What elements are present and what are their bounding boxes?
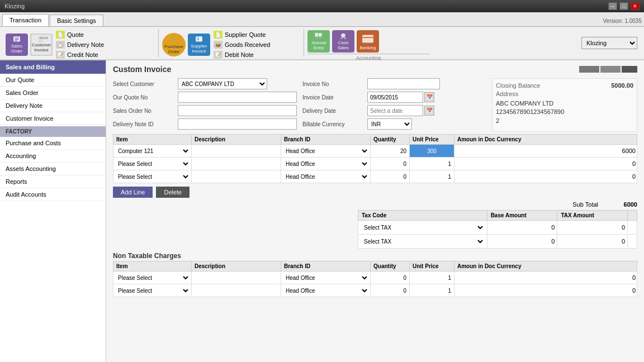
nt-qty-input-1[interactable] [372, 272, 408, 283]
nt-price-input-2[interactable] [411, 285, 453, 296]
sidebar-item-accounting[interactable]: Accounting [0, 150, 106, 163]
goods-received-icon: 📦 [214, 41, 222, 49]
delivery-date-input[interactable] [367, 105, 423, 116]
sidebar-item-reports[interactable]: Reports [0, 175, 106, 188]
credit-note-button[interactable]: 📝 Credit Note [55, 50, 105, 59]
price-input-2[interactable] [411, 158, 453, 169]
sales-order-input[interactable] [178, 105, 297, 116]
nt-amount-cell-1: 0 [454, 272, 637, 284]
tax-row-2: Select TAX 0 0 [358, 235, 637, 249]
item-cell-3: Please Select [113, 170, 192, 183]
customer-invoice-button[interactable]: INVOICE Customer Invoice [30, 34, 53, 56]
delivery-note-input[interactable] [178, 118, 297, 130]
add-line-button[interactable]: Add Line [113, 187, 153, 198]
price-input-3[interactable] [411, 171, 453, 182]
goods-received-button[interactable]: 📦 Goods Received [212, 40, 271, 49]
minimize-button[interactable]: ─ [608, 2, 617, 10]
nt-qty-input-2[interactable] [372, 285, 408, 296]
nt-price-input-1[interactable] [411, 272, 453, 283]
delete-button[interactable]: Delete [156, 187, 190, 198]
maximize-button[interactable]: □ [619, 2, 628, 10]
nt-branch-select-1[interactable]: Head Office [282, 272, 369, 283]
sidebar-section-factory: FACTORY [0, 126, 106, 137]
save-post-button[interactable] [622, 66, 637, 73]
svg-point-14 [315, 36, 318, 39]
nt-item-select-2[interactable]: Please Select [115, 285, 190, 296]
sidebar: Sales and Billing Our Quote Sales Order … [0, 60, 106, 362]
banking-button[interactable]: Banking [357, 30, 379, 53]
invoice-date-calendar-icon[interactable]: 📅 [424, 92, 434, 102]
tax-code-select-2[interactable]: Select TAX [361, 236, 485, 247]
desc-input-1[interactable] [193, 145, 280, 156]
billable-currency-label: Billable Currency [302, 121, 364, 127]
window-controls[interactable]: ─ □ ✕ [608, 2, 640, 10]
branch-select-3[interactable]: Head Office [282, 171, 369, 182]
sidebar-item-audit-accounts[interactable]: Audit Accounts [0, 188, 106, 201]
cash-sales-button[interactable]: Cash Sales [332, 30, 354, 53]
tax-scroll-col [628, 211, 637, 221]
nt-col-desc: Description [192, 261, 281, 272]
main-content: Custom Invoice Select Customer ABC COMPA… [106, 60, 644, 362]
sidebar-item-assets-accounting[interactable]: Assets Accounting [0, 163, 106, 175]
qty-input-2[interactable] [372, 158, 408, 169]
tax-row-1: Select TAX 0 0 [358, 221, 637, 235]
table-row: Computer 121 Head Office [113, 145, 637, 158]
tax-base-cell-1: 0 [487, 221, 557, 235]
price-cell-1[interactable] [410, 145, 454, 158]
delivery-date-label: Delivery Date [302, 108, 364, 114]
delivery-date-calendar-icon[interactable]: 📅 [424, 106, 434, 116]
item-select-1[interactable]: Computer 121 [115, 145, 190, 156]
price-input-1[interactable] [411, 145, 453, 156]
klozing-dropdown[interactable]: Klozing [581, 37, 637, 49]
billable-currency-dropdown[interactable]: INR [367, 118, 412, 130]
debit-note-button[interactable]: 📝 Debit Note [212, 50, 271, 59]
toolbar-purchase-section: 🛒 Purchase Order $ Supplier Invoice 📄 Su… [159, 29, 304, 57]
desc-cell-2[interactable] [192, 158, 281, 170]
desc-cell-3[interactable] [192, 170, 281, 183]
sidebar-item-our-quote[interactable]: Our Quote [0, 74, 106, 87]
price-cell-2 [410, 158, 454, 170]
invoice-date-input[interactable] [367, 92, 423, 103]
invoice-no-input[interactable] [367, 78, 440, 89]
svg-rect-12 [315, 33, 318, 37]
purchase-order-button[interactable]: 🛒 Purchase Order [162, 33, 186, 56]
nt-item-select-1[interactable]: Please Select [115, 272, 190, 283]
desc-input-2[interactable] [193, 158, 280, 169]
nt-desc-cell-1[interactable] [192, 272, 281, 284]
item-select-2[interactable]: Please Select [115, 158, 190, 169]
accounting-button[interactable] [600, 66, 621, 73]
cancel-button[interactable] [579, 66, 599, 73]
branch-select-1[interactable]: Head Office [282, 145, 369, 156]
tax-code-select-1[interactable]: Select TAX [361, 222, 485, 233]
nt-desc-cell-2[interactable] [192, 284, 281, 297]
select-customer-dropdown[interactable]: ABC COMPANY LTD [178, 78, 267, 89]
tax-section: Sub Total 6000 Tax Code Base Amount TAX … [358, 201, 637, 249]
qty-input-1[interactable] [372, 145, 408, 156]
quote-button[interactable]: 📄 Quote [55, 30, 105, 39]
close-button[interactable]: ✕ [631, 2, 640, 10]
sidebar-item-sales-order[interactable]: Sales Order [0, 87, 106, 99]
nt-desc-input-2[interactable] [193, 285, 280, 296]
sales-order-button[interactable]: Sales Order [6, 34, 28, 56]
supplier-quote-button[interactable]: 📄 Supplier Quote [212, 30, 271, 39]
nt-branch-select-2[interactable]: Head Office [282, 285, 369, 296]
desc-input-3[interactable] [193, 171, 280, 182]
nt-desc-input-1[interactable] [193, 272, 280, 283]
sidebar-item-customer-invoice[interactable]: Customer Invoice [0, 112, 106, 125]
svg-rect-19 [362, 35, 373, 43]
sidebar-item-delivery-note[interactable]: Delivery Note [0, 99, 106, 112]
delivery-note-label: Delivery Note ID [113, 121, 174, 127]
tab-basic-settings[interactable]: Basic Settings [50, 15, 103, 26]
desc-cell-1[interactable] [192, 145, 281, 158]
invoice-date-field: 📅 [367, 92, 434, 103]
our-quote-input[interactable] [178, 92, 297, 103]
delivery-note-button[interactable]: 📋 Delivery Note [55, 40, 105, 49]
sidebar-item-purchase-costs[interactable]: Purchase and Costs [0, 137, 106, 150]
tab-transaction[interactable]: Transaction [2, 14, 49, 26]
qty-input-3[interactable] [372, 171, 408, 182]
journal-entry-button[interactable]: Journal Entry [307, 30, 330, 53]
branch-select-2[interactable]: Head Office [282, 158, 369, 169]
item-select-3[interactable]: Please Select [115, 171, 190, 182]
supplier-invoice-button[interactable]: $ Supplier Invoice [188, 34, 210, 56]
qty-cell-1[interactable] [371, 145, 410, 158]
